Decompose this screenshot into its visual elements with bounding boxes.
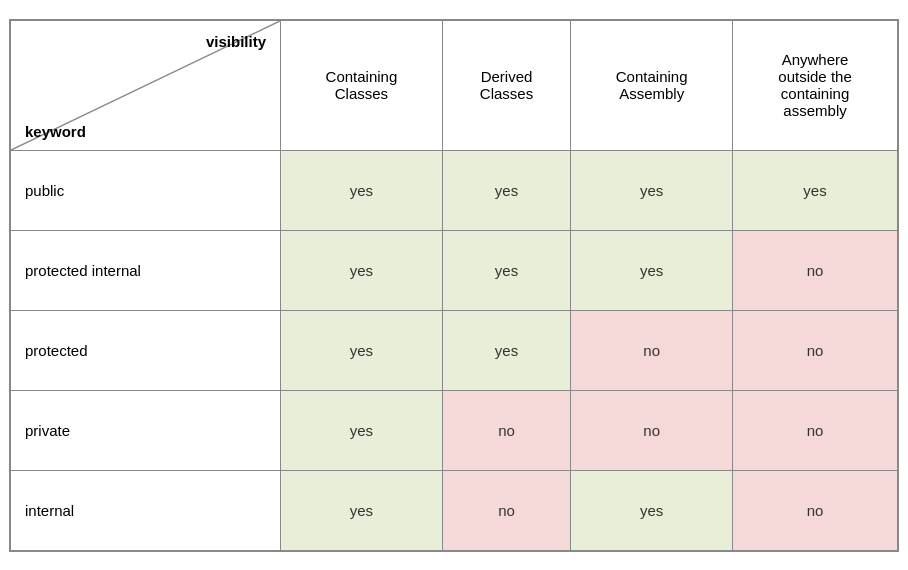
value-cell: yes	[442, 150, 570, 230]
keyword-label: keyword	[25, 123, 86, 140]
value-cell: yes	[571, 150, 733, 230]
value-cell: no	[733, 310, 898, 390]
value-cell: yes	[281, 310, 443, 390]
keyword-cell: internal	[11, 470, 281, 550]
keyword-cell: private	[11, 390, 281, 470]
table-row: internalyesnoyesno	[11, 470, 898, 550]
table-row: privateyesnonono	[11, 390, 898, 470]
value-cell: yes	[442, 230, 570, 310]
accessibility-table: visibility keyword ContainingClasses Der…	[9, 19, 899, 552]
value-cell: no	[733, 230, 898, 310]
visibility-label: visibility	[206, 33, 266, 50]
value-cell: yes	[281, 230, 443, 310]
value-cell: no	[442, 390, 570, 470]
value-cell: no	[571, 390, 733, 470]
keyword-cell: protected	[11, 310, 281, 390]
col-header-derived-classes: DerivedClasses	[442, 20, 570, 150]
value-cell: no	[733, 390, 898, 470]
keyword-cell: public	[11, 150, 281, 230]
value-cell: yes	[733, 150, 898, 230]
table-row: publicyesyesyesyes	[11, 150, 898, 230]
keyword-cell: protected internal	[11, 230, 281, 310]
col-header-anywhere-outside: Anywhereoutside thecontainingassembly	[733, 20, 898, 150]
value-cell: yes	[571, 230, 733, 310]
table-row: protectedyesyesnono	[11, 310, 898, 390]
value-cell: yes	[281, 470, 443, 550]
value-cell: yes	[442, 310, 570, 390]
value-cell: no	[442, 470, 570, 550]
col-header-containing-assembly: ContainingAssembly	[571, 20, 733, 150]
value-cell: no	[571, 310, 733, 390]
value-cell: yes	[571, 470, 733, 550]
table-row: protected internalyesyesyesno	[11, 230, 898, 310]
header-corner-cell: visibility keyword	[11, 20, 281, 150]
value-cell: yes	[281, 150, 443, 230]
value-cell: yes	[281, 390, 443, 470]
col-header-containing-classes: ContainingClasses	[281, 20, 443, 150]
value-cell: no	[733, 470, 898, 550]
